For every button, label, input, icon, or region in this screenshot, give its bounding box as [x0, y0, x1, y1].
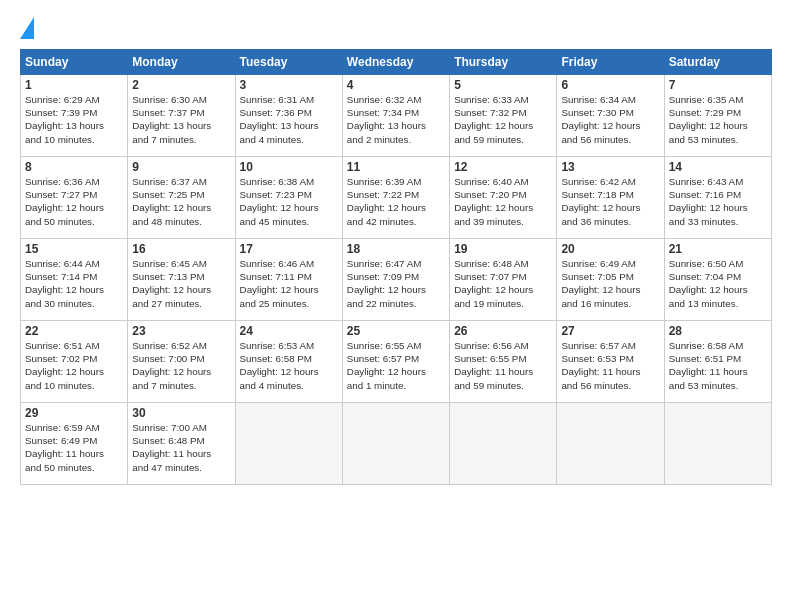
week-row-5: 29Sunrise: 6:59 AMSunset: 6:49 PMDayligh…	[21, 403, 772, 485]
calendar-body: 1Sunrise: 6:29 AMSunset: 7:39 PMDaylight…	[21, 75, 772, 485]
day-info: Sunrise: 6:39 AMSunset: 7:22 PMDaylight:…	[347, 175, 445, 228]
day-info: Sunrise: 6:49 AMSunset: 7:05 PMDaylight:…	[561, 257, 659, 310]
col-header-saturday: Saturday	[664, 50, 771, 75]
week-row-3: 15Sunrise: 6:44 AMSunset: 7:14 PMDayligh…	[21, 239, 772, 321]
day-info: Sunrise: 6:33 AMSunset: 7:32 PMDaylight:…	[454, 93, 552, 146]
day-number: 25	[347, 324, 445, 338]
day-info: Sunrise: 6:31 AMSunset: 7:36 PMDaylight:…	[240, 93, 338, 146]
day-cell: 4Sunrise: 6:32 AMSunset: 7:34 PMDaylight…	[342, 75, 449, 157]
week-row-2: 8Sunrise: 6:36 AMSunset: 7:27 PMDaylight…	[21, 157, 772, 239]
day-cell: 24Sunrise: 6:53 AMSunset: 6:58 PMDayligh…	[235, 321, 342, 403]
day-info: Sunrise: 6:57 AMSunset: 6:53 PMDaylight:…	[561, 339, 659, 392]
day-number: 2	[132, 78, 230, 92]
day-info: Sunrise: 6:50 AMSunset: 7:04 PMDaylight:…	[669, 257, 767, 310]
day-cell: 10Sunrise: 6:38 AMSunset: 7:23 PMDayligh…	[235, 157, 342, 239]
day-cell: 6Sunrise: 6:34 AMSunset: 7:30 PMDaylight…	[557, 75, 664, 157]
day-cell: 12Sunrise: 6:40 AMSunset: 7:20 PMDayligh…	[450, 157, 557, 239]
day-info: Sunrise: 6:45 AMSunset: 7:13 PMDaylight:…	[132, 257, 230, 310]
day-cell: 30Sunrise: 7:00 AMSunset: 6:48 PMDayligh…	[128, 403, 235, 485]
day-cell: 26Sunrise: 6:56 AMSunset: 6:55 PMDayligh…	[450, 321, 557, 403]
day-number: 27	[561, 324, 659, 338]
day-number: 29	[25, 406, 123, 420]
page: SundayMondayTuesdayWednesdayThursdayFrid…	[0, 0, 792, 612]
day-cell: 16Sunrise: 6:45 AMSunset: 7:13 PMDayligh…	[128, 239, 235, 321]
col-header-friday: Friday	[557, 50, 664, 75]
day-cell: 14Sunrise: 6:43 AMSunset: 7:16 PMDayligh…	[664, 157, 771, 239]
day-number: 16	[132, 242, 230, 256]
day-cell: 27Sunrise: 6:57 AMSunset: 6:53 PMDayligh…	[557, 321, 664, 403]
col-header-tuesday: Tuesday	[235, 50, 342, 75]
day-number: 4	[347, 78, 445, 92]
day-cell: 5Sunrise: 6:33 AMSunset: 7:32 PMDaylight…	[450, 75, 557, 157]
day-info: Sunrise: 6:47 AMSunset: 7:09 PMDaylight:…	[347, 257, 445, 310]
day-number: 17	[240, 242, 338, 256]
header-row: SundayMondayTuesdayWednesdayThursdayFrid…	[21, 50, 772, 75]
day-number: 22	[25, 324, 123, 338]
day-cell: 22Sunrise: 6:51 AMSunset: 7:02 PMDayligh…	[21, 321, 128, 403]
day-cell: 20Sunrise: 6:49 AMSunset: 7:05 PMDayligh…	[557, 239, 664, 321]
day-number: 15	[25, 242, 123, 256]
day-number: 10	[240, 160, 338, 174]
col-header-thursday: Thursday	[450, 50, 557, 75]
day-cell: 15Sunrise: 6:44 AMSunset: 7:14 PMDayligh…	[21, 239, 128, 321]
day-number: 28	[669, 324, 767, 338]
day-cell: 29Sunrise: 6:59 AMSunset: 6:49 PMDayligh…	[21, 403, 128, 485]
day-cell: 9Sunrise: 6:37 AMSunset: 7:25 PMDaylight…	[128, 157, 235, 239]
day-info: Sunrise: 6:55 AMSunset: 6:57 PMDaylight:…	[347, 339, 445, 392]
day-cell	[557, 403, 664, 485]
week-row-1: 1Sunrise: 6:29 AMSunset: 7:39 PMDaylight…	[21, 75, 772, 157]
day-number: 14	[669, 160, 767, 174]
day-info: Sunrise: 6:42 AMSunset: 7:18 PMDaylight:…	[561, 175, 659, 228]
day-info: Sunrise: 6:32 AMSunset: 7:34 PMDaylight:…	[347, 93, 445, 146]
day-info: Sunrise: 6:43 AMSunset: 7:16 PMDaylight:…	[669, 175, 767, 228]
calendar-header: SundayMondayTuesdayWednesdayThursdayFrid…	[21, 50, 772, 75]
logo	[20, 15, 36, 39]
day-cell: 28Sunrise: 6:58 AMSunset: 6:51 PMDayligh…	[664, 321, 771, 403]
day-number: 26	[454, 324, 552, 338]
day-cell: 21Sunrise: 6:50 AMSunset: 7:04 PMDayligh…	[664, 239, 771, 321]
day-number: 5	[454, 78, 552, 92]
col-header-sunday: Sunday	[21, 50, 128, 75]
day-cell: 7Sunrise: 6:35 AMSunset: 7:29 PMDaylight…	[664, 75, 771, 157]
day-cell	[342, 403, 449, 485]
day-number: 8	[25, 160, 123, 174]
day-cell	[450, 403, 557, 485]
day-number: 12	[454, 160, 552, 174]
day-number: 30	[132, 406, 230, 420]
col-header-monday: Monday	[128, 50, 235, 75]
day-number: 1	[25, 78, 123, 92]
day-cell: 19Sunrise: 6:48 AMSunset: 7:07 PMDayligh…	[450, 239, 557, 321]
day-info: Sunrise: 6:58 AMSunset: 6:51 PMDaylight:…	[669, 339, 767, 392]
day-number: 24	[240, 324, 338, 338]
day-cell: 2Sunrise: 6:30 AMSunset: 7:37 PMDaylight…	[128, 75, 235, 157]
day-cell: 23Sunrise: 6:52 AMSunset: 7:00 PMDayligh…	[128, 321, 235, 403]
day-number: 18	[347, 242, 445, 256]
day-number: 19	[454, 242, 552, 256]
day-number: 21	[669, 242, 767, 256]
day-info: Sunrise: 6:56 AMSunset: 6:55 PMDaylight:…	[454, 339, 552, 392]
day-info: Sunrise: 6:29 AMSunset: 7:39 PMDaylight:…	[25, 93, 123, 146]
day-info: Sunrise: 6:36 AMSunset: 7:27 PMDaylight:…	[25, 175, 123, 228]
day-cell: 25Sunrise: 6:55 AMSunset: 6:57 PMDayligh…	[342, 321, 449, 403]
day-info: Sunrise: 6:53 AMSunset: 6:58 PMDaylight:…	[240, 339, 338, 392]
header	[20, 15, 772, 39]
day-number: 11	[347, 160, 445, 174]
day-info: Sunrise: 6:37 AMSunset: 7:25 PMDaylight:…	[132, 175, 230, 228]
day-cell: 13Sunrise: 6:42 AMSunset: 7:18 PMDayligh…	[557, 157, 664, 239]
day-number: 3	[240, 78, 338, 92]
day-cell: 18Sunrise: 6:47 AMSunset: 7:09 PMDayligh…	[342, 239, 449, 321]
day-info: Sunrise: 6:46 AMSunset: 7:11 PMDaylight:…	[240, 257, 338, 310]
day-info: Sunrise: 6:48 AMSunset: 7:07 PMDaylight:…	[454, 257, 552, 310]
day-info: Sunrise: 6:51 AMSunset: 7:02 PMDaylight:…	[25, 339, 123, 392]
day-number: 7	[669, 78, 767, 92]
day-info: Sunrise: 6:35 AMSunset: 7:29 PMDaylight:…	[669, 93, 767, 146]
calendar-table: SundayMondayTuesdayWednesdayThursdayFrid…	[20, 49, 772, 485]
day-cell	[664, 403, 771, 485]
day-number: 20	[561, 242, 659, 256]
day-cell	[235, 403, 342, 485]
day-number: 23	[132, 324, 230, 338]
col-header-wednesday: Wednesday	[342, 50, 449, 75]
day-number: 6	[561, 78, 659, 92]
day-info: Sunrise: 6:44 AMSunset: 7:14 PMDaylight:…	[25, 257, 123, 310]
day-info: Sunrise: 6:38 AMSunset: 7:23 PMDaylight:…	[240, 175, 338, 228]
